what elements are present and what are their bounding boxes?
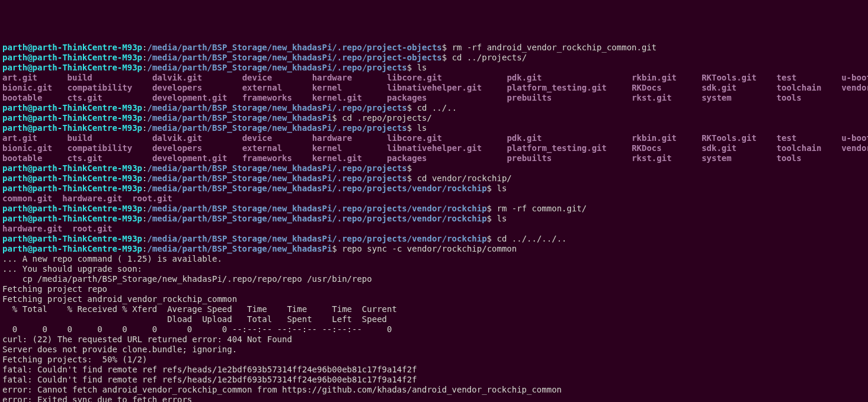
command-text: rm -rf common.git/ [497, 204, 587, 213]
ls-row: hardware.git root.git [2, 224, 866, 234]
ls-entry: prebuilts [507, 93, 552, 102]
command-line: parth@parth-ThinkCentre-M93p:/media/part… [2, 123, 866, 133]
ls-entry: tools [777, 93, 802, 102]
output-line: cp /media/parth/BSP_Storage/new_khadasPi… [2, 274, 866, 284]
ls-entry: device [242, 73, 273, 82]
ls-entry: developers [152, 83, 202, 92]
command-text: cd .repo/projects/ [342, 113, 432, 123]
command-line: parth@parth-ThinkCentre-M93p:/media/part… [2, 103, 866, 113]
ls-entry: RKTools.git [702, 133, 757, 143]
prompt-path: /media/parth/BSP_Storage/new_khadasPi/.r… [147, 184, 486, 193]
command-line: parth@parth-ThinkCentre-M93p:/media/part… [2, 234, 866, 244]
output-line: ... You should upgrade soon: [2, 264, 866, 274]
output-line: Fetching projects: 50% (1/2) [2, 355, 866, 365]
output-line: Fetching project android_vendor_rockchip… [2, 294, 866, 304]
prompt-user: parth@parth-ThinkCentre-M93p [2, 214, 142, 223]
prompt-path: /media/parth/BSP_Storage/new_khadasPi [147, 113, 332, 123]
ls-entry: rkst.git [632, 153, 671, 163]
ls-entry: rkst.git [632, 93, 671, 102]
ls-entry: rkbin.git [632, 73, 677, 82]
ls-entry: sdk.git [702, 83, 736, 92]
output-line: % Total % Received % Xferd Average Speed… [2, 304, 866, 314]
command-text: ls [497, 214, 507, 223]
ls-entry: cts.git [68, 93, 103, 102]
ls-entry: hardware [312, 73, 352, 82]
ls-entry: frameworks [242, 93, 292, 102]
ls-entry: platform_testing.git [507, 143, 607, 153]
ls-entry: cts.git [68, 153, 103, 163]
output-line: ... A new repo command ( 1.25) is availa… [2, 254, 866, 264]
prompt-user: parth@parth-ThinkCentre-M93p [2, 173, 142, 183]
command-text: cd ../projects/ [452, 53, 527, 62]
ls-entry: build [68, 133, 92, 143]
output-line: fatal: Couldn't find remote ref refs/hea… [2, 375, 866, 385]
ls-entry: toolchain [777, 143, 822, 153]
ls-entry: libnativehelper.git [387, 143, 482, 153]
prompt-user: parth@parth-ThinkCentre-M93p [2, 63, 142, 72]
ls-entry: device [242, 133, 273, 143]
command-text: ls [417, 123, 427, 133]
ls-entry: packages [387, 153, 427, 163]
ls-entry: bootable [2, 93, 42, 102]
output-line: 0 0 0 0 0 0 0 0 --:--:-- --:--:-- --:--:… [2, 324, 866, 335]
ls-entry: platform_testing.git [507, 83, 607, 92]
output-line: curl: (22) The requested URL returned er… [2, 335, 866, 345]
ls-entry: toolchain [777, 83, 822, 92]
prompt-path: /media/parth/BSP_Storage/new_khadasPi [147, 244, 332, 253]
ls-entry: developers [152, 143, 202, 153]
command-text: ls [497, 184, 507, 193]
ls-entry: u-boot.git [841, 73, 868, 82]
command-line: parth@parth-ThinkCentre-M93p:/media/part… [2, 63, 866, 73]
prompt-user: parth@parth-ThinkCentre-M93p [2, 123, 142, 133]
prompt-path: /media/parth/BSP_Storage/new_khadasPi/.r… [147, 63, 406, 72]
command-line: parth@parth-ThinkCentre-M93p:/media/part… [2, 43, 866, 53]
output-line: Dload Upload Total Spent Left Speed [2, 314, 866, 324]
ls-row: art.git build dalvik.git device hardware… [2, 73, 866, 83]
command-line: parth@parth-ThinkCentre-M93p:/media/part… [2, 244, 866, 254]
ls-entry: libcore.git [387, 133, 442, 143]
ls-entry: sdk.git [702, 143, 736, 153]
prompt-path: /media/parth/BSP_Storage/new_khadasPi/.r… [147, 43, 441, 52]
prompt-path: /media/parth/BSP_Storage/new_khadasPi/.r… [147, 53, 441, 62]
ls-entry: test [777, 73, 797, 82]
ls-entry: build [68, 73, 92, 82]
prompt-path: /media/parth/BSP_Storage/new_khadasPi/.r… [147, 163, 406, 173]
prompt-user: parth@parth-ThinkCentre-M93p [2, 204, 142, 213]
command-line: parth@parth-ThinkCentre-M93p:/media/part… [2, 163, 866, 173]
ls-entry: dalvik.git [152, 73, 202, 82]
ls-row: bootable cts.git development.git framewo… [2, 153, 866, 163]
ls-entry: art.git [2, 133, 37, 143]
ls-entry: packages [387, 93, 427, 102]
command-text: cd ../../../.. [497, 234, 566, 243]
command-line: parth@parth-ThinkCentre-M93p:/media/part… [2, 204, 866, 214]
output-line: Fetching project repo [2, 284, 866, 294]
command-line: parth@parth-ThinkCentre-M93p:/media/part… [2, 53, 866, 63]
prompt-user: parth@parth-ThinkCentre-M93p [2, 244, 142, 253]
command-text: ls [417, 63, 427, 72]
ls-entry: hardware.git [62, 194, 122, 203]
ls-row: common.git hardware.git root.git [2, 194, 866, 204]
ls-entry: vendor [841, 143, 868, 153]
ls-entry: root.git [72, 224, 112, 233]
prompt-user: parth@parth-ThinkCentre-M93p [2, 184, 142, 193]
ls-entry: development.git [152, 93, 227, 102]
ls-entry: libcore.git [387, 73, 442, 82]
ls-entry: bionic.git [2, 143, 52, 153]
ls-entry: kernel [312, 83, 342, 92]
ls-entry: prebuilts [507, 153, 552, 163]
prompt-user: parth@parth-ThinkCentre-M93p [2, 103, 142, 112]
ls-entry: test [777, 133, 797, 143]
prompt-path: /media/parth/BSP_Storage/new_khadasPi/.r… [147, 214, 486, 223]
output-line: fatal: Couldn't find remote ref refs/hea… [2, 365, 866, 375]
ls-entry: dalvik.git [152, 133, 202, 143]
command-text: repo sync -c vendor/rockchip/common [342, 244, 517, 253]
output-line: Server does not provide clone.bundle; ig… [2, 345, 866, 355]
ls-entry: art.git [2, 73, 37, 82]
command-line: parth@parth-ThinkCentre-M93p:/media/part… [2, 184, 866, 194]
prompt-user: parth@parth-ThinkCentre-M93p [2, 113, 142, 123]
ls-entry: compatibility [68, 143, 133, 153]
prompt-user: parth@parth-ThinkCentre-M93p [2, 43, 142, 52]
ls-entry: RKDocs [632, 83, 662, 92]
ls-entry: kernel.git [312, 93, 362, 102]
terminal-output[interactable]: parth@parth-ThinkCentre-M93p:/media/part… [2, 43, 866, 402]
